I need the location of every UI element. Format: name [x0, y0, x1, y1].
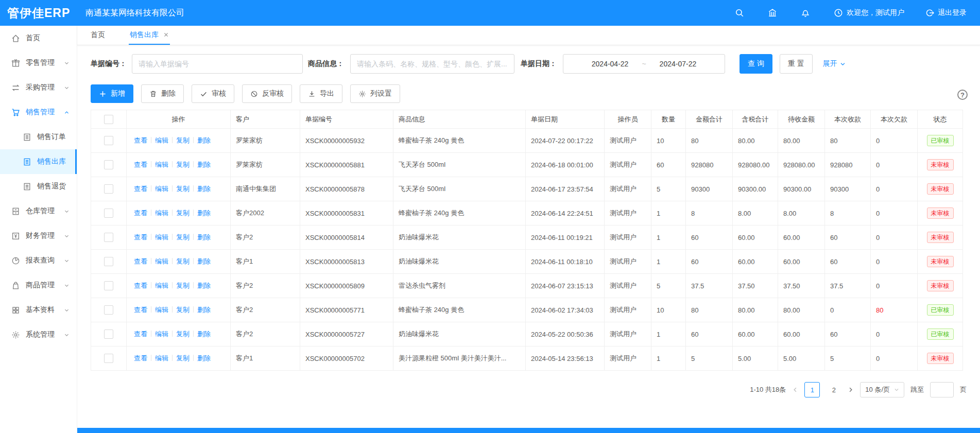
- qty-cell: 10: [651, 298, 686, 322]
- delete-link[interactable]: 删除: [197, 136, 211, 144]
- row-checkbox[interactable]: [104, 281, 113, 290]
- sidebar-item-basic-data[interactable]: 基本资料: [0, 298, 77, 322]
- edit-link[interactable]: 编辑: [155, 306, 168, 314]
- jump-page-input[interactable]: [930, 382, 954, 397]
- sidebar-item-sales[interactable]: 销售管理: [0, 100, 77, 125]
- search-button[interactable]: 查 询: [740, 54, 772, 74]
- expand-link[interactable]: 展开: [823, 59, 846, 68]
- row-checkbox[interactable]: [104, 184, 113, 194]
- sidebar-item-sales-return[interactable]: 销售退货: [0, 174, 77, 199]
- page-button-2[interactable]: 2: [826, 382, 841, 397]
- sidebar-item-sales-order[interactable]: 销售订单: [0, 125, 77, 149]
- row-checkbox[interactable]: [104, 233, 113, 242]
- edit-link[interactable]: 编辑: [155, 257, 168, 265]
- close-icon[interactable]: [163, 32, 169, 38]
- sidebar-item-system[interactable]: 系统管理: [0, 322, 77, 347]
- sidebar-item-finance[interactable]: 财务管理: [0, 223, 77, 248]
- tab-home[interactable]: 首页: [90, 26, 106, 45]
- view-link[interactable]: 查看: [134, 282, 147, 289]
- date-range-picker[interactable]: 2024-04-22 ~ 2024-07-22: [563, 54, 725, 74]
- edit-link[interactable]: 编辑: [155, 330, 168, 338]
- copy-link[interactable]: 复制: [176, 233, 190, 241]
- delete-link[interactable]: 删除: [197, 282, 211, 289]
- check-icon: [200, 90, 208, 98]
- delete-link[interactable]: 删除: [197, 257, 211, 265]
- row-checkbox[interactable]: [104, 160, 113, 169]
- copy-link[interactable]: 复制: [176, 306, 190, 314]
- sidebar-item-home[interactable]: 首页: [0, 26, 77, 50]
- row-checkbox[interactable]: [104, 305, 113, 315]
- row-checkbox[interactable]: [104, 330, 113, 339]
- view-link[interactable]: 查看: [134, 330, 147, 338]
- received-cell: 5: [825, 347, 871, 371]
- sidebar-item-products[interactable]: 商品管理: [0, 273, 77, 298]
- edit-link[interactable]: 编辑: [155, 282, 168, 289]
- reset-button[interactable]: 重 置: [780, 54, 813, 74]
- bank-icon[interactable]: [768, 8, 777, 18]
- edit-link[interactable]: 编辑: [155, 185, 168, 193]
- delete-link[interactable]: 删除: [197, 354, 211, 362]
- copy-link[interactable]: 复制: [176, 330, 190, 338]
- view-link[interactable]: 查看: [134, 136, 147, 144]
- edit-link[interactable]: 编辑: [155, 161, 168, 168]
- date-start-value[interactable]: 2024-04-22: [592, 60, 629, 68]
- tax-total-cell: 80.00: [733, 298, 778, 322]
- view-link[interactable]: 查看: [134, 306, 147, 314]
- delete-link[interactable]: 删除: [197, 209, 211, 217]
- chevron-left-icon[interactable]: [792, 387, 798, 393]
- user-welcome[interactable]: 欢迎您，测试用户: [834, 8, 904, 18]
- edit-link[interactable]: 编辑: [155, 136, 168, 144]
- date-end-value[interactable]: 2024-07-22: [660, 60, 697, 68]
- edit-link[interactable]: 编辑: [155, 354, 168, 362]
- row-checkbox[interactable]: [104, 257, 113, 266]
- bill-no-cell: XSCK00000005702: [300, 347, 393, 371]
- bill-no-input[interactable]: [132, 54, 303, 74]
- unaudit-button[interactable]: 反审核: [242, 84, 292, 103]
- sidebar-item-retail[interactable]: 零售管理: [0, 50, 77, 75]
- select-all-checkbox[interactable]: [104, 115, 113, 124]
- search-icon[interactable]: [735, 8, 744, 18]
- divider: [172, 161, 173, 167]
- sidebar-item-purchase[interactable]: 采购管理: [0, 75, 77, 100]
- copy-link[interactable]: 复制: [176, 282, 190, 289]
- sidebar-item-reports[interactable]: 报表查询: [0, 248, 77, 273]
- view-link[interactable]: 查看: [134, 354, 147, 362]
- delete-link[interactable]: 删除: [197, 330, 211, 338]
- bell-icon[interactable]: [801, 8, 810, 18]
- logout-button[interactable]: 退出登录: [925, 8, 967, 18]
- copy-link[interactable]: 复制: [176, 136, 190, 144]
- row-checkbox[interactable]: [104, 136, 113, 145]
- delete-button[interactable]: 删除: [141, 84, 184, 103]
- chevron-down-icon: [64, 332, 70, 338]
- column-settings-button[interactable]: 列设置: [350, 84, 400, 103]
- delete-link[interactable]: 删除: [197, 233, 211, 241]
- audit-button[interactable]: 审核: [192, 84, 234, 103]
- copy-link[interactable]: 复制: [176, 161, 190, 168]
- view-link[interactable]: 查看: [134, 209, 147, 217]
- view-link[interactable]: 查看: [134, 233, 147, 241]
- product-info-input[interactable]: [350, 54, 514, 74]
- chevron-right-icon[interactable]: [848, 387, 854, 393]
- edit-link[interactable]: 编辑: [155, 209, 168, 217]
- tab-sales-outbound[interactable]: 销售出库: [129, 26, 170, 45]
- copy-link[interactable]: 复制: [176, 257, 190, 265]
- delete-link[interactable]: 删除: [197, 306, 211, 314]
- page-size-select[interactable]: 10 条/页: [860, 382, 904, 397]
- delete-link[interactable]: 删除: [197, 161, 211, 168]
- copy-link[interactable]: 复制: [176, 185, 190, 193]
- row-checkbox[interactable]: [104, 354, 113, 363]
- copy-link[interactable]: 复制: [176, 354, 190, 362]
- sidebar-item-warehouse[interactable]: 仓库管理: [0, 199, 77, 223]
- view-link[interactable]: 查看: [134, 185, 147, 193]
- export-button[interactable]: 导出: [300, 84, 342, 103]
- help-icon[interactable]: ?: [957, 90, 968, 100]
- sidebar-item-sales-outbound[interactable]: 销售出库: [0, 149, 77, 174]
- row-checkbox[interactable]: [104, 209, 113, 218]
- page-button-1[interactable]: 1: [804, 382, 820, 397]
- view-link[interactable]: 查看: [134, 257, 147, 265]
- copy-link[interactable]: 复制: [176, 209, 190, 217]
- add-button[interactable]: 新增: [91, 84, 133, 103]
- edit-link[interactable]: 编辑: [155, 233, 168, 241]
- delete-link[interactable]: 删除: [197, 185, 211, 193]
- view-link[interactable]: 查看: [134, 161, 147, 168]
